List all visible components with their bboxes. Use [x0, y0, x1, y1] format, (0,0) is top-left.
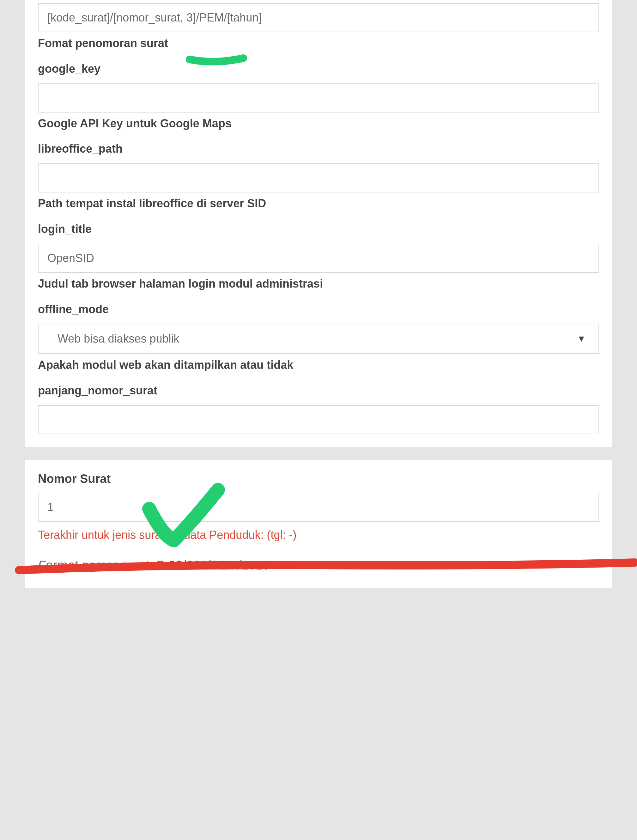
- panjang-nomor-surat-input[interactable]: [38, 405, 599, 434]
- google-key-name: google_key: [38, 62, 599, 76]
- offline-mode-selected: Web bisa diakses publik: [57, 332, 180, 346]
- nomor-surat-status: Terakhir untuk jenis surat Biodata Pendu…: [38, 527, 599, 543]
- libreoffice-path-name: libreoffice_path: [38, 142, 599, 156]
- format-penomoran-input[interactable]: [38, 3, 599, 32]
- login-title-input[interactable]: [38, 244, 599, 273]
- panjang-nomor-surat-name: panjang_nomor_surat: [38, 383, 599, 398]
- google-key-help: Google API Key untuk Google Maps: [38, 116, 599, 131]
- format-nomor-surat-line: Format nomor surat: S-03/001/PEM/2019: [38, 558, 599, 572]
- libreoffice-path-input[interactable]: [38, 163, 599, 193]
- login-title-name: login_title: [38, 222, 599, 237]
- format-penomoran-help: Fomat penomoran surat: [38, 36, 599, 51]
- chevron-down-icon: ▼: [577, 334, 586, 344]
- google-key-input[interactable]: [38, 84, 599, 112]
- nomor-surat-label: Nomor Surat: [38, 472, 599, 486]
- format-nomor-surat-value: S-03/001/PEM/2019: [152, 558, 270, 572]
- libreoffice-path-help: Path tempat instal libreoffice di server…: [38, 196, 599, 211]
- login-title-help: Judul tab browser halaman login modul ad…: [38, 276, 599, 291]
- settings-panel-upper: Fomat penomoran surat google_key Google …: [25, 0, 612, 447]
- offline-mode-name: offline_mode: [38, 302, 599, 317]
- nomor-surat-input[interactable]: [38, 493, 599, 522]
- offline-mode-help: Apakah modul web akan ditampilkan atau t…: [38, 358, 599, 373]
- offline-mode-select[interactable]: Web bisa diakses publik ▼: [38, 324, 599, 354]
- format-nomor-surat-label: Format nomor surat:: [38, 558, 152, 572]
- panel-gap: [0, 447, 637, 460]
- nomor-surat-panel: Nomor Surat Terakhir untuk jenis surat B…: [25, 460, 612, 588]
